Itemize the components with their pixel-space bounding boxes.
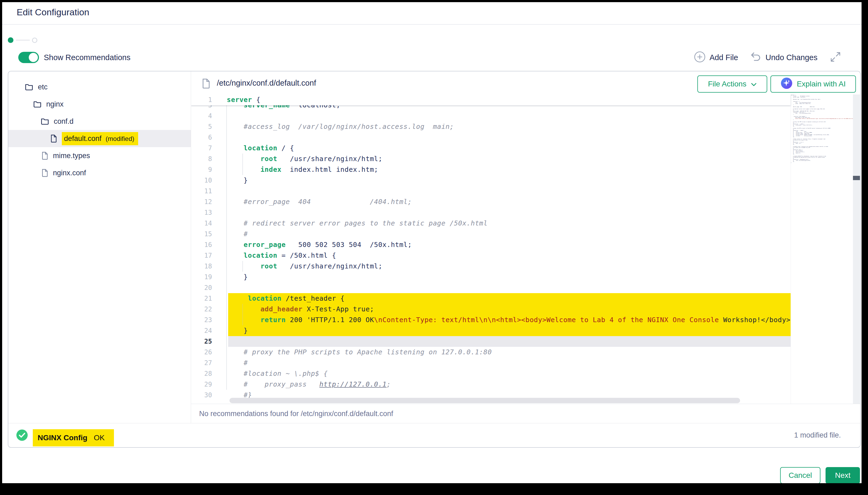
code-line-9[interactable]: 9 index index.html index.htm; xyxy=(191,164,791,175)
page-title: Edit Configuration xyxy=(17,7,89,17)
add-file-button[interactable]: Add File xyxy=(694,51,738,64)
code-line-28[interactable]: 28 #location ~ \.php$ { xyxy=(191,368,791,379)
code-line-1[interactable]: 1server { xyxy=(191,95,791,105)
add-file-label: Add File xyxy=(709,53,738,62)
vertical-scrollbar[interactable] xyxy=(853,95,860,404)
code-line-4[interactable]: 4 xyxy=(191,110,791,121)
modified-files-count: 1 modified file. xyxy=(794,423,841,447)
line-number: 8 xyxy=(191,154,212,164)
code-line-17[interactable]: 17 location = /50x.html { xyxy=(191,250,791,261)
minimap[interactable]: server { listen 80 default_server; serve… xyxy=(791,95,853,404)
explain-with-ai-button[interactable]: Explain with AI xyxy=(770,75,856,92)
code-line-19[interactable]: 19 } xyxy=(191,272,791,283)
line-content: # xyxy=(227,229,791,239)
folder-icon xyxy=(33,101,42,108)
code-line-29[interactable]: 29 # proxy_pass http://127.0.0.1; xyxy=(191,379,791,390)
code-line-13[interactable]: 13 xyxy=(191,207,791,218)
step-connector xyxy=(16,40,30,40)
next-button[interactable]: Next xyxy=(825,467,860,483)
cancel-button[interactable]: Cancel xyxy=(780,467,820,483)
code-line-15[interactable]: 15 # xyxy=(191,229,791,239)
status-bar: NGINX Config OK 1 modified file. xyxy=(8,423,860,447)
line-number: 1 xyxy=(191,95,212,105)
line-number: 11 xyxy=(191,186,212,197)
line-number: 20 xyxy=(191,283,212,293)
show-recommendations-row: Show Recommendations xyxy=(18,52,130,63)
line-number: 26 xyxy=(191,347,212,358)
line-number: 27 xyxy=(191,358,212,368)
expand-dialog-button[interactable] xyxy=(829,51,842,64)
line-content: # xyxy=(227,358,791,368)
line-number: 23 xyxy=(191,314,212,325)
tree-item-conf.d[interactable]: conf.d xyxy=(8,113,191,130)
code-line-25[interactable]: 25 xyxy=(191,336,791,347)
line-number: 10 xyxy=(191,175,212,186)
tree-item-default.conf[interactable]: default.conf (modified) xyxy=(8,130,191,147)
code-line-12[interactable]: 12 #error_page 404 /404.html; xyxy=(191,197,791,207)
line-content: server_name localhost; xyxy=(227,105,791,110)
line-content: # proxy_pass http://127.0.0.1; xyxy=(227,379,791,390)
undo-changes-button[interactable]: Undo Changes xyxy=(750,51,818,64)
code-editor[interactable]: 3 server_name localhost;45 #access_log /… xyxy=(191,95,860,404)
code-line-14[interactable]: 14 # redirect server error pages to the … xyxy=(191,218,791,229)
tree-item-label: etc xyxy=(38,83,48,91)
line-number: 18 xyxy=(191,261,212,272)
code-line-7[interactable]: 7 location / { xyxy=(191,143,791,154)
code-line-3[interactable]: 3 server_name localhost; xyxy=(191,105,791,110)
code-line-11[interactable]: 11 xyxy=(191,186,791,197)
line-content: #access_log /var/log/nginx/host.access.l… xyxy=(227,121,791,132)
file-icon xyxy=(50,135,57,142)
line-number: 12 xyxy=(191,197,212,207)
tree-item-etc[interactable]: etc xyxy=(8,79,191,96)
horizontal-scrollbar[interactable] xyxy=(229,398,740,403)
code-line-8[interactable]: 8 root /usr/share/nginx/html; xyxy=(191,154,791,164)
code-line-26[interactable]: 26 # proxy the PHP scripts to Apache lis… xyxy=(191,347,791,358)
line-number: 15 xyxy=(191,229,212,239)
vertical-scrollbar-thumb[interactable] xyxy=(853,176,860,180)
chevron-down-icon xyxy=(751,80,757,88)
line-content xyxy=(227,336,791,347)
minimap-line: return 200 'HTTP/1.1 200 OK\nContent-Typ… xyxy=(791,118,853,119)
line-content: root /usr/share/nginx/html; xyxy=(227,154,791,164)
indent-guide xyxy=(242,261,243,272)
code-line-10[interactable]: 10 } xyxy=(191,175,791,186)
code-line-16[interactable]: 16 error_page 500 502 503 504 /50x.html; xyxy=(191,239,791,250)
code-line-21[interactable]: 21 location /test_header { xyxy=(191,293,791,304)
code-line-18[interactable]: 18 root /usr/share/nginx/html; xyxy=(191,261,791,272)
code-lines: 3 server_name localhost;45 #access_log /… xyxy=(191,105,791,400)
file-actions-button[interactable]: File Actions xyxy=(697,75,767,92)
line-number: 30 xyxy=(191,390,212,400)
tree-item-label: default.conf (modified) xyxy=(62,132,138,145)
line-content: index index.html index.htm; xyxy=(227,164,791,175)
show-recommendations-toggle[interactable] xyxy=(18,52,39,63)
code-line-22[interactable]: 22 add_header X-Test-App true; xyxy=(191,304,791,314)
code-line-23[interactable]: 23 return 200 'HTTP/1.1 200 OK\nContent-… xyxy=(191,314,791,325)
line-number: 9 xyxy=(191,164,212,175)
title-divider xyxy=(2,24,862,25)
sticky-line: 1server { xyxy=(191,95,791,105)
code-line-27[interactable]: 27 # xyxy=(191,358,791,368)
tree-item-mime.types[interactable]: mime.types xyxy=(8,147,191,164)
line-content: # proxy the PHP scripts to Apache listen… xyxy=(227,347,791,358)
line-number: 21 xyxy=(191,293,212,304)
undo-icon xyxy=(750,51,762,64)
code-line-24[interactable]: 24 } xyxy=(191,325,791,336)
code-line-6[interactable]: 6 xyxy=(191,132,791,143)
tree-item-nginx.conf[interactable]: nginx.conf xyxy=(8,164,191,182)
file-tree: etcnginxconf.ddefault.conf (modified)mim… xyxy=(8,71,191,423)
line-number: 22 xyxy=(191,304,212,314)
line-content: #location ~ \.php$ { xyxy=(227,368,791,379)
toggle-knob xyxy=(29,53,38,62)
line-number: 16 xyxy=(191,239,212,250)
no-recommendations-text: No recommendations found for /etc/nginx/… xyxy=(199,410,393,418)
line-number: 6 xyxy=(191,132,212,143)
check-circle-icon xyxy=(16,429,28,442)
tree-item-label: nginx.conf xyxy=(53,169,86,177)
folder-icon xyxy=(25,84,33,90)
tree-item-nginx[interactable]: nginx xyxy=(8,96,191,113)
configuration-panel: etcnginxconf.ddefault.conf (modified)mim… xyxy=(8,71,861,448)
nginx-config-label: NGINX Config xyxy=(38,433,87,442)
code-line-20[interactable]: 20 xyxy=(191,283,791,293)
code-line-5[interactable]: 5 #access_log /var/log/nginx/host.access… xyxy=(191,121,791,132)
line-content: # redirect server error pages to the sta… xyxy=(227,218,791,229)
